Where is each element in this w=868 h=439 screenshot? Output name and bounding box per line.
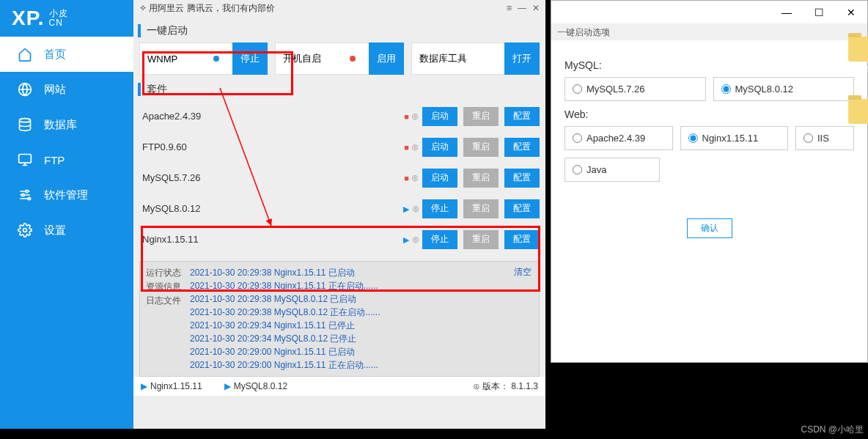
start-button[interactable]: 启动 [422,107,457,126]
section-suite: 套件 [133,78,545,101]
start-button[interactable]: 启动 [422,169,457,188]
restart-button[interactable]: 重启 [463,107,499,126]
xp-panel-window: XP. 小皮CN 首页 网站 数据库 FTP 软件管理 设置 ✧ [0,0,545,429]
radio-mysql80[interactable]: MySQL8.0.12 [713,77,855,101]
folder-label: [法]力学概 1 [843,64,868,84]
nav-label: 网站 [44,83,66,97]
radio-nginx[interactable]: Nginx1.15.11 [680,126,789,150]
card-autostart: 开机自启 [275,43,369,75]
mysql-label: MySQL: [564,59,854,71]
minimize-icon[interactable]: — [518,3,526,13]
status-running-icon: ▶ ⊛ [400,235,422,245]
card-wnmp: WNMP [139,43,233,75]
card-dbtool: 数据库工具 [411,43,505,75]
nav-settings[interactable]: 设置 [0,213,133,248]
confirm-button[interactable]: 确认 [687,218,732,238]
maximize-button[interactable]: ☐ [803,1,835,23]
window-controls: ≡ — ✕ [507,3,540,13]
log-tabs: 运行状态 资源信息 日志文件 [146,266,190,372]
svg-point-5 [28,197,30,199]
status-stopped-icon: ■ ⊛ [400,142,422,152]
radio-java[interactable]: Java [564,158,660,182]
svg-rect-2 [19,155,32,163]
restart-button[interactable]: 重启 [463,138,499,157]
radio-mysql57[interactable]: MySQL5.7.26 [564,77,706,101]
status-nginx: ▶Nginx1.15.11 [141,381,202,391]
titlebar: ✧ 用阿里云 腾讯云，我们有内部价 ≡ — ✕ [133,0,545,16]
suite-row-apache: Apache2.4.39 ■ ⊛ 启动重启配置 [139,101,540,132]
promo-text[interactable]: ✧ 用阿里云 腾讯云，我们有内部价 [139,2,507,15]
one-click-options-dialog: — ☐ ✕ 一键启动选项 MySQL: MySQL5.7.26 MySQL8.0… [551,0,868,363]
status-stopped-icon: ■ ⊛ [400,173,422,183]
desktop-folder-icon[interactable]: [法]力学概 1 [843,37,868,84]
nav-label: 软件管理 [44,188,88,202]
suite-row-ftp: FTP0.9.60 ■ ⊛ 启动重启配置 [139,132,540,163]
wnmp-stop-button[interactable]: 停止 [232,43,268,75]
folder-icon [848,99,868,124]
autostart-enable-button[interactable]: 启用 [369,43,404,75]
restart-button[interactable]: 重启 [463,199,499,218]
status-running-icon: ▶ ⊛ [400,204,422,214]
web-label: Web: [564,108,854,120]
nav-website[interactable]: 网站 [0,72,133,107]
nav-label: FTP [44,154,65,166]
monitor-icon [16,152,34,167]
log-tab[interactable]: 日志文件 [146,294,190,308]
nav-label: 首页 [44,48,66,62]
desktop-folder-icon[interactable] [843,99,868,127]
svg-point-1 [20,119,31,122]
start-button[interactable]: 启动 [422,138,457,157]
nav-database[interactable]: 数据库 [0,107,133,142]
stop-button[interactable]: 停止 [422,230,457,249]
dialog-subtitle: 一键启动选项 [551,24,867,40]
statusbar: ▶Nginx1.15.11 ▶MySQL8.0.12 ⊙ 版本： 8.1.1.3 [133,377,545,396]
restart-button[interactable]: 重启 [463,169,499,188]
dialog-body: MySQL: MySQL5.7.26 MySQL8.0.12 Web: Apac… [551,40,867,250]
sidebar: XP. 小皮CN 首页 网站 数据库 FTP 软件管理 设置 [0,0,133,429]
suite-row-mysql80: MySQL8.0.12 ▶ ⊛ 停止重启配置 [139,193,540,224]
dialog-titlebar: — ☐ ✕ [551,1,867,24]
log-area: 运行状态 资源信息 日志文件 2021-10-30 20:29:38 Nginx… [139,261,540,377]
suite-row-mysql57: MySQL5.7.26 ■ ⊛ 启动重启配置 [139,163,540,193]
config-button[interactable]: 配置 [504,199,540,218]
minimize-button[interactable]: — [770,1,803,23]
config-button[interactable]: 配置 [504,169,540,188]
logo: XP. 小皮CN [0,0,133,37]
main-content: ✧ 用阿里云 腾讯云，我们有内部价 ≡ — ✕ 一键启动 WNMP停止 开机自启… [133,0,545,429]
radio-apache[interactable]: Apache2.4.39 [564,126,673,150]
home-icon [16,47,34,62]
stop-button[interactable]: 停止 [422,199,457,218]
restart-button[interactable]: 重启 [463,230,499,249]
watermark: CSDN @小哈里 [801,424,864,436]
svg-point-4 [22,193,24,196]
close-icon[interactable]: ✕ [532,3,540,13]
suite-row-nginx: Nginx1.15.11 ▶ ⊛ 停止重启配置 [139,224,540,255]
nav-software[interactable]: 软件管理 [0,177,133,213]
nav-home[interactable]: 首页 [0,37,133,72]
log-tab[interactable]: 资源信息 [146,280,190,294]
dbtool-open-button[interactable]: 打开 [504,43,540,75]
status-mysql: ▶MySQL8.0.12 [224,381,287,391]
one-click-row: WNMP停止 开机自启启用 数据库工具打开 [133,43,545,75]
svg-point-3 [26,190,28,192]
sliders-icon [16,188,34,202]
globe-icon [16,82,34,97]
gear-icon [16,223,34,237]
database-icon [16,117,34,132]
config-button[interactable]: 配置 [504,138,540,157]
menu-icon[interactable]: ≡ [507,3,512,13]
folder-icon [848,37,868,62]
config-button[interactable]: 配置 [504,107,540,126]
clear-log-button[interactable]: 清空 [514,266,532,278]
log-lines: 2021-10-30 20:29:38 Nginx1.15.11 已启动2021… [190,266,533,372]
svg-point-6 [23,229,27,232]
nav-label: 设置 [44,224,66,237]
section-one-click: 一键启动 [133,19,545,43]
suite-list: Apache2.4.39 ■ ⊛ 启动重启配置 FTP0.9.60 ■ ⊛ 启动… [133,101,545,255]
radio-iis[interactable]: IIS [795,126,854,150]
status-stopped-icon: ■ ⊛ [400,111,422,122]
close-button[interactable]: ✕ [835,1,867,23]
nav-ftp[interactable]: FTP [0,142,133,177]
log-tab[interactable]: 运行状态 [146,266,190,280]
config-button[interactable]: 配置 [504,230,540,249]
